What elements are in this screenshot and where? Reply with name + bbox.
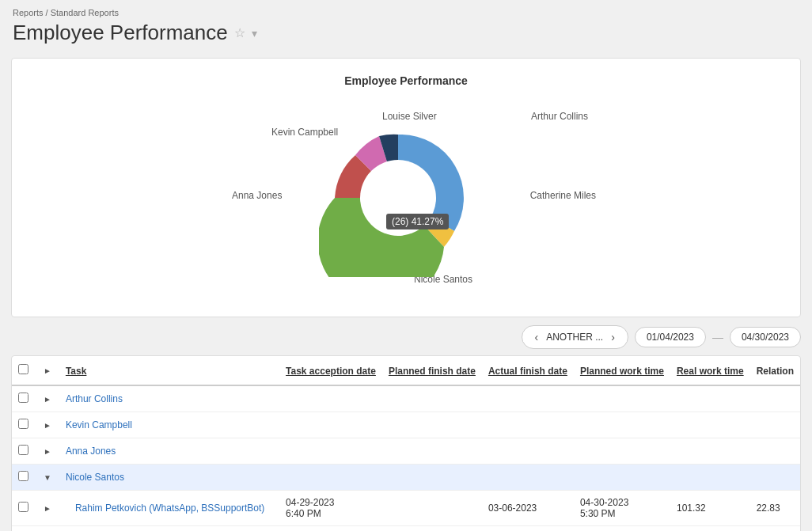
header-checkbox-col bbox=[12, 356, 36, 385]
group-name-cell: Nicole Santos bbox=[59, 465, 800, 491]
table-row: ► Rahim Petkovich (WhatsApp, BSSupportBo… bbox=[12, 491, 800, 526]
label-anna-jones: Anna Jones bbox=[232, 190, 282, 201]
select-all-checkbox[interactable] bbox=[18, 364, 28, 374]
label-catherine-miles: Catherine Miles bbox=[530, 190, 596, 201]
anna-jones-link[interactable]: Anna Jones bbox=[66, 446, 116, 457]
task-acception-date-cell: 04-29-20236:40 PM bbox=[279, 491, 382, 526]
arthur-collins-link[interactable]: Arthur Collins bbox=[66, 393, 123, 404]
table-row: ► Anna Hollinger-Robs (Instagram, BSSupp… bbox=[12, 526, 800, 532]
breadcrumb: Reports / Standard Reports bbox=[13, 8, 799, 17]
expand-row-button[interactable]: ► bbox=[42, 419, 53, 431]
row-checkbox[interactable] bbox=[18, 419, 28, 429]
breadcrumb-reports[interactable]: Reports bbox=[13, 8, 44, 17]
planned-work-cell: 04-30-20235:30 PM bbox=[574, 491, 670, 526]
task-acception-date-cell: 04-18-20238:30 AM bbox=[279, 526, 382, 532]
real-work-cell: 101.32 bbox=[670, 491, 750, 526]
table-header-row: ► Task Task acception date Planned finis… bbox=[12, 356, 800, 385]
favorite-star-icon[interactable]: ☆ bbox=[234, 25, 245, 40]
chart-title: Employee Performance bbox=[28, 74, 784, 87]
chart-container: Employee Performance Louise Silver Kevin… bbox=[11, 58, 801, 317]
nav-group: ‹ ANOTHER ... › bbox=[522, 325, 628, 349]
row-checkbox[interactable] bbox=[18, 393, 28, 403]
relation-cell: 22.83 bbox=[750, 491, 800, 526]
task-name-cell: Rahim Petkovich (WhatsApp, BSSupportBot) bbox=[59, 491, 279, 526]
row-checkbox[interactable] bbox=[18, 445, 28, 455]
expand-row-button[interactable]: ▼ bbox=[42, 472, 53, 484]
dropdown-caret-icon[interactable]: ▾ bbox=[252, 27, 257, 40]
expand-row-button[interactable]: ► bbox=[42, 503, 53, 514]
col-task-acception-date[interactable]: Task acception date bbox=[279, 356, 382, 385]
row-expand-cell: ► bbox=[36, 438, 59, 465]
actual-finish-cell: 04-23-2023 bbox=[482, 526, 574, 532]
page-header: Reports / Standard Reports Employee Perf… bbox=[0, 0, 812, 50]
table-row: ► Anna Jones bbox=[12, 438, 800, 465]
toolbar: ‹ ANOTHER ... › 01/04/2023 — 04/30/2023 bbox=[11, 325, 801, 349]
row-checkbox-cell bbox=[12, 385, 36, 412]
row-checkbox-cell bbox=[12, 438, 36, 465]
nav-label: ANOTHER ... bbox=[543, 332, 606, 343]
row-checkbox-cell bbox=[12, 526, 36, 532]
kevin-campbell-link[interactable]: Kevin Campbell bbox=[66, 419, 132, 430]
actual-finish-cell: 03-06-2023 bbox=[482, 491, 574, 526]
date-from-pill[interactable]: 01/04/2023 bbox=[635, 327, 706, 347]
group-name-cell: Kevin Campbell bbox=[59, 412, 800, 438]
real-work-cell: 135.48 bbox=[670, 526, 750, 532]
planned-finish-cell bbox=[382, 526, 482, 532]
col-planned-work-time[interactable]: Planned work time bbox=[574, 356, 670, 385]
chart-area: Louise Silver Kevin Campbell Anna Jones … bbox=[28, 95, 784, 301]
expand-row-button[interactable]: ► bbox=[42, 393, 53, 405]
row-expand-cell: ► bbox=[36, 412, 59, 438]
row-expand-cell: ► bbox=[36, 385, 59, 412]
planned-work-cell: 04-29-202308:56 AM bbox=[574, 526, 670, 532]
col-planned-finish-date[interactable]: Planned finish date bbox=[382, 356, 482, 385]
col-actual-finish-date[interactable]: Actual finish date bbox=[482, 356, 574, 385]
task-name-cell: Anna Hollinger-Robs (Instagram, BSSuppor… bbox=[59, 526, 279, 532]
breadcrumb-standard-reports[interactable]: Standard Reports bbox=[51, 8, 119, 17]
expand-all-button[interactable]: ► bbox=[42, 365, 53, 377]
group-name-cell: Arthur Collins bbox=[59, 385, 800, 412]
col-task[interactable]: Task bbox=[59, 356, 279, 385]
row-checkbox-cell bbox=[12, 412, 36, 438]
nav-prev-button[interactable]: ‹ bbox=[530, 329, 544, 345]
page-title-text: Employee Performance bbox=[13, 21, 228, 45]
task-name-link[interactable]: Rahim Petkovich (WhatsApp, BSSupportBot) bbox=[75, 503, 264, 514]
date-range-separator: — bbox=[712, 331, 723, 343]
group-name-cell: Anna Jones bbox=[59, 438, 800, 465]
nicole-santos-link[interactable]: Nicole Santos bbox=[66, 472, 124, 483]
table-row-highlighted: ▼ Nicole Santos bbox=[12, 465, 800, 491]
table-row: ► Arthur Collins bbox=[12, 385, 800, 412]
table-container: ► Task Task acception date Planned finis… bbox=[11, 355, 801, 531]
donut-chart-svg bbox=[319, 119, 477, 277]
relation-cell: 264.43 bbox=[750, 526, 800, 532]
date-to-pill[interactable]: 04/30/2023 bbox=[730, 327, 801, 347]
nav-next-button[interactable]: › bbox=[606, 329, 620, 345]
row-checkbox[interactable] bbox=[18, 502, 28, 512]
label-arthur-collins: Arthur Collins bbox=[531, 111, 588, 122]
col-real-work-time[interactable]: Real work time bbox=[670, 356, 750, 385]
chart-tooltip: (26) 41.27% bbox=[386, 214, 449, 229]
row-checkbox[interactable] bbox=[18, 471, 28, 481]
expand-row-button[interactable]: ► bbox=[42, 446, 53, 457]
row-checkbox-cell bbox=[12, 465, 36, 491]
row-expand-cell: ► bbox=[36, 491, 59, 526]
col-relation: Relation bbox=[750, 356, 800, 385]
performance-table: ► Task Task acception date Planned finis… bbox=[12, 356, 800, 531]
row-expand-cell: ▼ bbox=[36, 465, 59, 491]
header-expand-col: ► bbox=[36, 356, 59, 385]
table-row: ► Kevin Campbell bbox=[12, 412, 800, 438]
row-expand-cell: ► bbox=[36, 526, 59, 532]
row-checkbox-cell bbox=[12, 491, 36, 526]
planned-finish-cell bbox=[382, 491, 482, 526]
